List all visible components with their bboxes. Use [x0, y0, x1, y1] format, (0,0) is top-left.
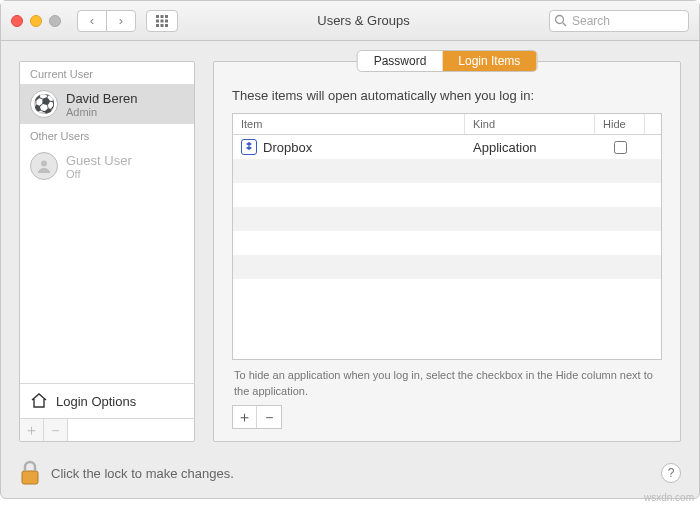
- add-user-button: ＋: [20, 419, 44, 441]
- zoom-window-button[interactable]: [49, 15, 61, 27]
- users-sidebar: Current User ⚽ David Beren Admin Other U…: [19, 61, 195, 442]
- login-options[interactable]: Login Options: [20, 383, 194, 418]
- section-header-other: Other Users: [20, 124, 194, 146]
- titlebar: ‹ › Users & Groups: [1, 1, 699, 41]
- svg-point-11: [41, 161, 47, 167]
- svg-rect-12: [22, 471, 38, 484]
- tab-password[interactable]: Password: [358, 51, 443, 71]
- traffic-lights: [11, 15, 61, 27]
- svg-rect-4: [161, 19, 164, 22]
- user-row-current[interactable]: ⚽ David Beren Admin: [20, 84, 194, 124]
- house-icon: [30, 392, 48, 410]
- svg-rect-7: [161, 24, 164, 27]
- user-name: Guest User: [66, 153, 132, 168]
- item-kind: Application: [465, 140, 595, 155]
- svg-rect-1: [161, 15, 164, 18]
- search-icon: [554, 14, 567, 27]
- svg-rect-5: [165, 19, 168, 22]
- lock-text: Click the lock to make changes.: [51, 466, 234, 481]
- soccer-icon: ⚽: [33, 93, 55, 115]
- svg-rect-6: [156, 24, 159, 27]
- tabs: Password Login Items: [357, 50, 538, 72]
- svg-line-10: [563, 22, 567, 26]
- svg-rect-8: [165, 24, 168, 27]
- user-role: Admin: [66, 106, 138, 118]
- user-row-guest[interactable]: Guest User Off: [20, 146, 194, 186]
- item-name: Dropbox: [263, 140, 312, 155]
- grid-icon: [155, 14, 169, 28]
- avatar: ⚽: [30, 90, 58, 118]
- forward-button[interactable]: ›: [106, 10, 136, 32]
- section-header-current: Current User: [20, 62, 194, 84]
- remove-user-button: －: [44, 419, 68, 441]
- avatar: [30, 152, 58, 180]
- login-options-label: Login Options: [56, 394, 136, 409]
- back-button[interactable]: ‹: [77, 10, 107, 32]
- dropbox-icon: [241, 139, 257, 155]
- table-row[interactable]: Dropbox Application: [233, 135, 661, 159]
- help-button[interactable]: ?: [661, 463, 681, 483]
- nav-buttons: ‹ ›: [77, 10, 136, 32]
- col-scroll: [645, 114, 661, 134]
- show-all-button[interactable]: [146, 10, 178, 32]
- lock-icon[interactable]: [19, 460, 41, 486]
- svg-rect-2: [165, 15, 168, 18]
- content: Current User ⚽ David Beren Admin Other U…: [1, 41, 699, 452]
- hint-text: To hide an application when you log in, …: [232, 360, 662, 405]
- footer: Click the lock to make changes. ?: [1, 452, 699, 498]
- table-body: Dropbox Application: [233, 135, 661, 359]
- main-pane: Password Login Items These items will op…: [213, 61, 681, 442]
- watermark: wsxdn.com: [644, 492, 694, 503]
- col-hide[interactable]: Hide: [595, 114, 645, 134]
- remove-item-button[interactable]: －: [257, 406, 281, 428]
- close-window-button[interactable]: [11, 15, 23, 27]
- col-item[interactable]: Item: [233, 114, 465, 134]
- prefs-window: ‹ › Users & Groups Current User ⚽: [0, 0, 700, 499]
- svg-point-9: [556, 15, 564, 23]
- table-header: Item Kind Hide: [233, 114, 661, 135]
- chevron-left-icon: ‹: [90, 13, 94, 28]
- user-name: David Beren: [66, 91, 138, 106]
- add-item-button[interactable]: ＋: [233, 406, 257, 428]
- minimize-window-button[interactable]: [30, 15, 42, 27]
- intro-text: These items will open automatically when…: [232, 88, 662, 103]
- svg-rect-0: [156, 15, 159, 18]
- search-wrap: [549, 10, 689, 32]
- login-items-table: Item Kind Hide Dropbox: [232, 113, 662, 360]
- search-input[interactable]: [549, 10, 689, 32]
- tab-login-items[interactable]: Login Items: [442, 51, 536, 71]
- window-title: Users & Groups: [188, 13, 539, 28]
- sidebar-add-remove: ＋ －: [20, 418, 194, 441]
- svg-rect-3: [156, 19, 159, 22]
- user-role: Off: [66, 168, 132, 180]
- chevron-right-icon: ›: [119, 13, 123, 28]
- question-icon: ?: [668, 466, 675, 480]
- col-kind[interactable]: Kind: [465, 114, 595, 134]
- person-icon: [36, 158, 52, 174]
- hide-checkbox[interactable]: [614, 141, 627, 154]
- items-add-remove: ＋ －: [232, 405, 282, 429]
